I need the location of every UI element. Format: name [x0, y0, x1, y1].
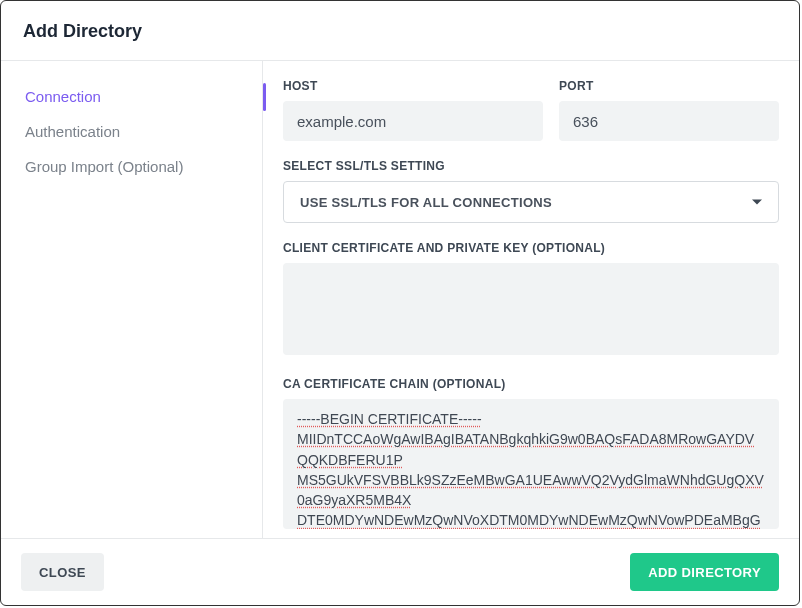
- close-button[interactable]: CLOSE: [21, 553, 104, 591]
- content-pane: HOST PORT SELECT SSL/TLS SETTING USE SSL…: [263, 61, 799, 538]
- modal-footer: CLOSE ADD DIRECTORY: [1, 538, 799, 605]
- ca-chain-body: MIIDnTCCAoWgAwIBAgIBATANBgkqhkiG9w0BAQsF…: [297, 431, 764, 529]
- port-label: PORT: [559, 79, 779, 93]
- sidebar-item-authentication[interactable]: Authentication: [1, 114, 262, 149]
- port-input[interactable]: [559, 101, 779, 141]
- client-cert-label: CLIENT CERTIFICATE AND PRIVATE KEY (OPTI…: [283, 241, 779, 255]
- sidebar: Connection Authentication Group Import (…: [1, 61, 263, 538]
- ca-chain-field-group: CA CERTIFICATE CHAIN (OPTIONAL) -----BEG…: [283, 377, 779, 529]
- ssl-selected-value: USE SSL/TLS FOR ALL CONNECTIONS: [300, 195, 552, 210]
- sidebar-item-group-import[interactable]: Group Import (Optional): [1, 149, 262, 184]
- sidebar-item-label: Authentication: [25, 123, 120, 140]
- ssl-field-group: SELECT SSL/TLS SETTING USE SSL/TLS FOR A…: [283, 159, 779, 223]
- sidebar-item-label: Connection: [25, 88, 101, 105]
- ssl-label: SELECT SSL/TLS SETTING: [283, 159, 779, 173]
- modal-title: Add Directory: [23, 21, 777, 42]
- host-field-group: HOST: [283, 79, 543, 141]
- client-cert-field-group: CLIENT CERTIFICATE AND PRIVATE KEY (OPTI…: [283, 241, 779, 359]
- ca-chain-label: CA CERTIFICATE CHAIN (OPTIONAL): [283, 377, 779, 391]
- host-input[interactable]: [283, 101, 543, 141]
- active-tab-indicator: [263, 83, 266, 111]
- port-field-group: PORT: [559, 79, 779, 141]
- chevron-down-icon: [752, 200, 762, 205]
- add-directory-modal: Add Directory Connection Authentication …: [0, 0, 800, 606]
- sidebar-item-connection[interactable]: Connection: [1, 79, 262, 114]
- ca-chain-first-line: -----BEGIN CERTIFICATE-----: [297, 411, 482, 427]
- modal-header: Add Directory: [1, 1, 799, 61]
- add-directory-button[interactable]: ADD DIRECTORY: [630, 553, 779, 591]
- modal-body: Connection Authentication Group Import (…: [1, 61, 799, 538]
- sidebar-item-label: Group Import (Optional): [25, 158, 183, 175]
- client-cert-textarea[interactable]: [283, 263, 779, 355]
- host-label: HOST: [283, 79, 543, 93]
- ssl-select[interactable]: USE SSL/TLS FOR ALL CONNECTIONS: [283, 181, 779, 223]
- ca-chain-textarea[interactable]: -----BEGIN CERTIFICATE----- MIIDnTCCAoWg…: [283, 399, 779, 529]
